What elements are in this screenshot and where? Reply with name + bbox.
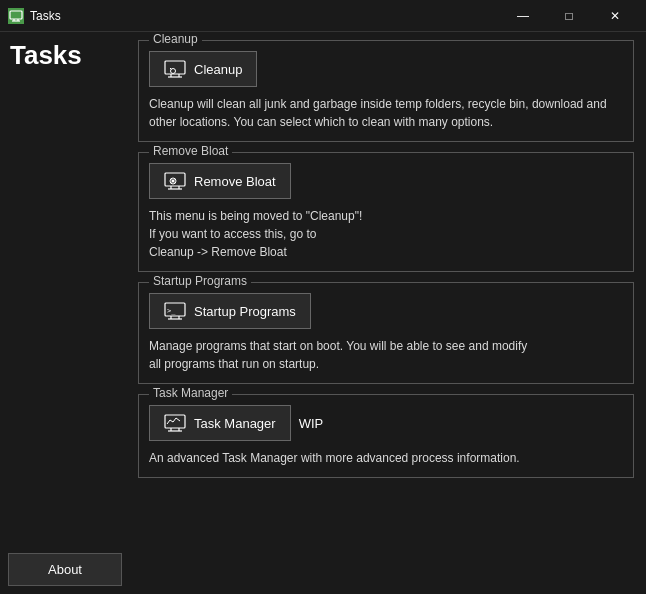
remove-bloat-description: This menu is being moved to "Cleanup"!If… — [149, 207, 623, 261]
task-manager-row: Task Manager WIP — [149, 405, 623, 441]
sidebar: Tasks About — [0, 32, 130, 594]
task-manager-icon — [164, 414, 186, 432]
cleanup-button[interactable]: Cleanup — [149, 51, 257, 87]
task-manager-description: An advanced Task Manager with more advan… — [149, 449, 623, 467]
about-button[interactable]: About — [8, 553, 122, 586]
close-button[interactable]: ✕ — [592, 0, 638, 32]
cleanup-button-label: Cleanup — [194, 62, 242, 77]
startup-programs-label: Startup Programs — [149, 274, 251, 288]
remove-bloat-section: Remove Bloat Remove Bloat This menu is b… — [138, 152, 634, 272]
minimize-button[interactable]: — — [500, 0, 546, 32]
window-controls: — □ ✕ — [500, 0, 638, 32]
svg-text:>_: >_ — [167, 307, 176, 315]
remove-bloat-button-label: Remove Bloat — [194, 174, 276, 189]
svg-rect-0 — [10, 11, 22, 19]
cleanup-icon — [164, 60, 186, 78]
wip-badge: WIP — [299, 416, 324, 431]
startup-programs-section: Startup Programs >_ Startup Programs Man… — [138, 282, 634, 384]
main-content: Tasks About Cleanup Cleanup — [0, 32, 646, 594]
cleanup-section: Cleanup Cleanup Cleanup will clean all j… — [138, 40, 634, 142]
title-bar: Tasks — □ ✕ — [0, 0, 646, 32]
task-manager-section: Task Manager Task Manager WIP — [138, 394, 634, 478]
task-manager-button-label: Task Manager — [194, 416, 276, 431]
startup-programs-icon: >_ — [164, 302, 186, 320]
svg-rect-22 — [165, 415, 185, 428]
title-bar-text: Tasks — [30, 9, 500, 23]
remove-bloat-label: Remove Bloat — [149, 144, 232, 158]
startup-programs-description: Manage programs that start on boot. You … — [149, 337, 623, 373]
app-icon — [8, 8, 24, 24]
right-panel: Cleanup Cleanup Cleanup will clean all j… — [130, 32, 646, 594]
remove-bloat-button[interactable]: Remove Bloat — [149, 163, 291, 199]
cleanup-description: Cleanup will clean all junk and garbage … — [149, 95, 623, 131]
cleanup-label: Cleanup — [149, 32, 202, 46]
svg-line-9 — [170, 68, 172, 70]
task-manager-button[interactable]: Task Manager — [149, 405, 291, 441]
remove-bloat-icon — [164, 172, 186, 190]
task-manager-label: Task Manager — [149, 386, 232, 400]
startup-programs-button-label: Startup Programs — [194, 304, 296, 319]
startup-programs-button[interactable]: >_ Startup Programs — [149, 293, 311, 329]
page-title: Tasks — [10, 40, 82, 71]
maximize-button[interactable]: □ — [546, 0, 592, 32]
